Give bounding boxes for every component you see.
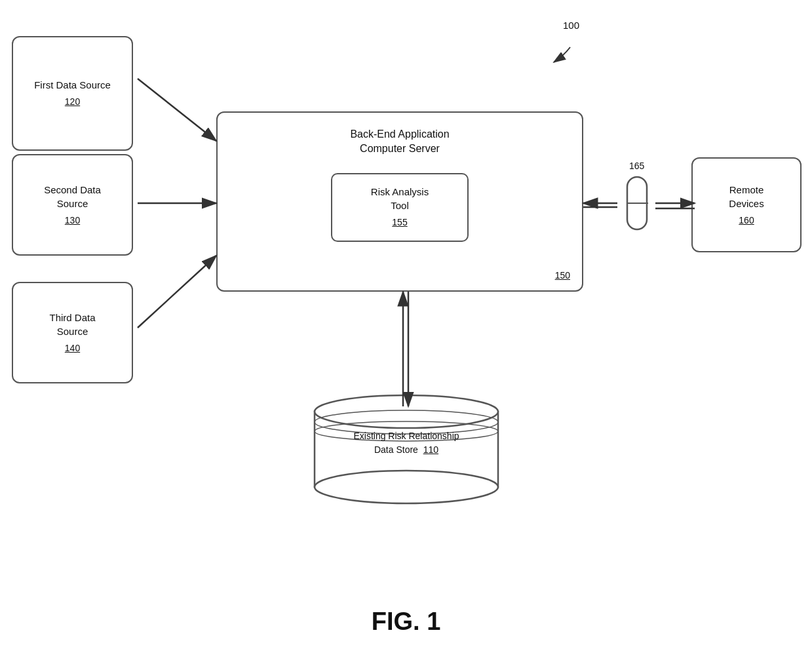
remote-devices-box: RemoteDevices 160 xyxy=(691,157,802,252)
remote-devices-id: 160 xyxy=(739,214,754,227)
connector-shape xyxy=(617,176,658,231)
data-store-label: Existing Risk RelationshipData Store 110 xyxy=(308,429,505,457)
third-data-source-id: 140 xyxy=(65,342,80,355)
diagram-container: 100 First Data Source 120 Second DataSou… xyxy=(0,0,812,662)
backend-server-box: Back-End ApplicationComputer Server Risk… xyxy=(216,111,583,292)
first-data-source-id: 120 xyxy=(65,96,80,109)
first-data-source-label: First Data Source xyxy=(34,78,111,92)
backend-server-label: Back-End ApplicationComputer Server xyxy=(350,127,449,157)
connector-id: 165 xyxy=(629,161,644,171)
risk-analysis-tool-box: Risk AnalysisTool 155 xyxy=(331,173,469,242)
second-data-source-label: Second DataSource xyxy=(44,183,101,210)
risk-analysis-tool-id: 155 xyxy=(392,216,407,229)
svg-point-15 xyxy=(315,395,498,428)
svg-line-3 xyxy=(138,79,216,141)
svg-line-5 xyxy=(138,256,216,328)
first-data-source-box: First Data Source 120 xyxy=(12,36,133,151)
ref-100-label: 100 xyxy=(563,20,579,31)
data-store-shape: Existing Risk RelationshipData Store 110 xyxy=(308,393,505,508)
second-data-source-id: 130 xyxy=(65,214,80,227)
figure-label: FIG. 1 xyxy=(372,608,441,636)
third-data-source-label: Third DataSource xyxy=(49,311,95,338)
svg-point-16 xyxy=(315,471,498,503)
third-data-source-box: Third DataSource 140 xyxy=(12,282,133,383)
remote-devices-label: RemoteDevices xyxy=(729,183,764,210)
backend-server-id: 150 xyxy=(555,269,570,282)
risk-analysis-tool-label: Risk AnalysisTool xyxy=(371,185,429,212)
second-data-source-box: Second DataSource 130 xyxy=(12,154,133,256)
